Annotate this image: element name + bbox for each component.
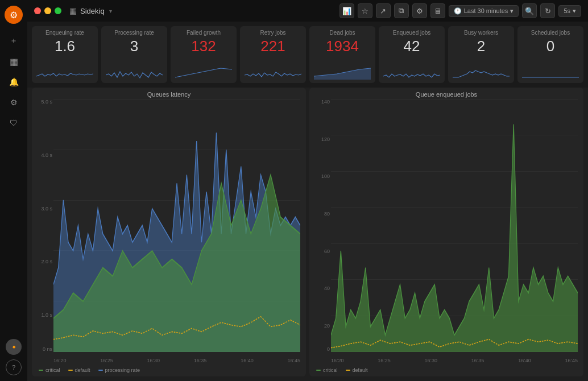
metric-label-enqueued: Enqueued jobs [383, 30, 440, 36]
metric-enqueuing-rate: Enqueuing rate 1.6 [32, 26, 98, 83]
x-axis-enqueued: 16:20 16:25 16:30 16:35 16:40 16:45 [331, 358, 578, 363]
interval-chevron: ▾ [573, 7, 576, 15]
sidebar-item-shield[interactable]: 🛡 [5, 114, 23, 132]
gear-icon: ⚙ [10, 98, 18, 107]
sparkline-enqueuing [36, 64, 93, 81]
svg-latency [53, 99, 300, 352]
display-button[interactable]: 🖥 [430, 3, 445, 18]
time-range-chevron: ▾ [510, 7, 514, 15]
metric-failed-growth: Failed growth 132 [171, 26, 237, 83]
metric-value-retry: 221 [245, 38, 301, 55]
chart-enqueued-jobs: Queue enqueued jobs 140 120 100 80 [309, 88, 583, 376]
metric-value-enqueued: 42 [383, 38, 440, 55]
help-button[interactable]: ? [6, 359, 22, 375]
minimize-button[interactable] [44, 7, 51, 14]
ey-label-100: 100 [321, 173, 330, 179]
app-title-label: Sidekiq [80, 7, 105, 15]
legend-eq-critical: critical [316, 367, 338, 373]
chart-title-enqueued: Queue enqueued jobs [309, 88, 583, 99]
refresh-interval-button[interactable]: 5s ▾ [558, 5, 581, 17]
metric-value-processing: 3 [106, 38, 163, 55]
svg-enqueued [331, 99, 578, 352]
legend-processing-dot [98, 370, 103, 371]
ey-label-60: 60 [324, 249, 330, 254]
maximize-button[interactable] [55, 7, 61, 14]
legend-critical-dot [39, 370, 43, 371]
ey-label-80: 80 [324, 211, 330, 217]
metric-value-enqueuing: 1.6 [36, 38, 93, 55]
settings-icon: ⚙ [416, 7, 423, 15]
zoom-icon: 🔍 [525, 7, 534, 15]
charts-area: Queues latency 5.0 s 4.0 s 3.0 s 2.0 s 1… [27, 88, 588, 381]
metric-label-processing: Processing rate [106, 30, 163, 36]
logo-icon: ⚙ [10, 10, 18, 20]
zoom-button[interactable]: 🔍 [522, 3, 537, 18]
sidebar-item-add[interactable]: ＋ [5, 32, 23, 50]
chart-icon: 📊 [342, 7, 351, 15]
metric-label-busy: Busy workers [453, 30, 510, 36]
ey-label-40: 40 [324, 285, 330, 291]
metric-enqueued-jobs: Enqueued jobs 42 [379, 26, 445, 83]
chart-title-latency: Queues latency [32, 88, 306, 99]
help-icon: ? [12, 364, 15, 371]
chart-container-enqueued: 140 120 100 80 60 40 20 0 16:20 16:25 16… [309, 99, 583, 366]
metric-label-failed: Failed growth [175, 30, 232, 36]
avatar[interactable]: 🔸 [6, 339, 22, 355]
legend-processing-rate: processing rate [98, 367, 140, 373]
copy-button[interactable]: ⧉ [394, 3, 409, 18]
x-axis-latency: 16:20 16:25 16:30 16:35 16:40 16:45 [53, 358, 300, 363]
chart-icon-button[interactable]: 📊 [339, 3, 354, 18]
app-logo[interactable]: ⚙ [5, 6, 23, 24]
star-icon: ☆ [362, 7, 368, 15]
settings-button[interactable]: ⚙ [412, 3, 427, 18]
sidebar: ⚙ ＋ ▦ 🔔 ⚙ 🛡 🔸 ? [0, 0, 27, 381]
legend-eq-critical-label: critical [323, 367, 338, 373]
metric-busy-workers: Busy workers 2 [448, 26, 514, 83]
app-title: ▦ Sidekiq ▾ [69, 6, 112, 15]
chart-legend-latency: critical default processing rate [32, 366, 306, 376]
sparkline-dead [314, 64, 371, 81]
metric-dead-jobs: Dead jobs 1934 [309, 26, 375, 83]
legend-critical-label: critical [45, 367, 60, 373]
dashboard-icon: ▦ [10, 56, 18, 67]
window-controls [34, 7, 61, 14]
refresh-button[interactable]: ↻ [540, 3, 555, 18]
sidebar-item-alerts[interactable]: 🔔 [5, 73, 23, 91]
metric-scheduled-jobs: Scheduled jobs 0 [517, 26, 583, 83]
metric-label-retry: Retry jobs [245, 30, 301, 36]
legend-eq-default: default [346, 367, 368, 373]
legend-default-dot [68, 370, 73, 371]
chart-queues-latency: Queues latency 5.0 s 4.0 s 3.0 s 2.0 s 1… [32, 88, 306, 376]
metric-label-enqueuing: Enqueuing rate [36, 30, 93, 36]
legend-eq-default-dot [346, 370, 350, 371]
sidebar-item-settings[interactable]: ⚙ [5, 93, 23, 111]
close-button[interactable] [34, 7, 41, 14]
share-button[interactable]: ↗ [376, 3, 391, 18]
y-label-2s: 2.0 s [41, 259, 52, 264]
y-label-3s: 3.0 s [41, 206, 52, 212]
refresh-interval-label: 5s [564, 7, 570, 14]
y-label-1s: 1.0 s [41, 312, 52, 318]
svg-marker-3 [331, 125, 578, 353]
title-chevron-icon: ▾ [109, 8, 112, 14]
titlebar: ▦ Sidekiq ▾ 📊 ☆ ↗ ⧉ ⚙ 🖥 [27, 0, 588, 22]
legend-processing-label: processing rate [105, 367, 140, 373]
ey-label-20: 20 [324, 323, 330, 329]
toolbar-actions: 📊 ☆ ↗ ⧉ ⚙ 🖥 🕐 Last 30 minutes ▾ [339, 3, 581, 18]
metric-processing-rate: Processing rate 3 [101, 26, 167, 83]
sparkline-processing [106, 64, 163, 81]
sidebar-item-dashboard[interactable]: ▦ [5, 52, 23, 71]
refresh-icon: ↻ [545, 7, 551, 15]
sparkline-scheduled [522, 64, 579, 81]
copy-icon: ⧉ [399, 6, 404, 15]
sparkline-failed [175, 64, 232, 81]
legend-critical: critical [39, 367, 60, 373]
time-range-button[interactable]: 🕐 Last 30 minutes ▾ [449, 5, 519, 17]
star-button[interactable]: ☆ [358, 3, 372, 18]
legend-eq-default-label: default [353, 367, 368, 373]
metric-retry-jobs: Retry jobs 221 [240, 26, 306, 83]
ey-label-120: 120 [321, 136, 330, 142]
metrics-bar: Enqueuing rate 1.6 Processing rate 3 Fai… [27, 22, 588, 88]
chart-legend-enqueued: critical default [309, 366, 583, 376]
main-content: ▦ Sidekiq ▾ 📊 ☆ ↗ ⧉ ⚙ 🖥 [27, 0, 588, 381]
